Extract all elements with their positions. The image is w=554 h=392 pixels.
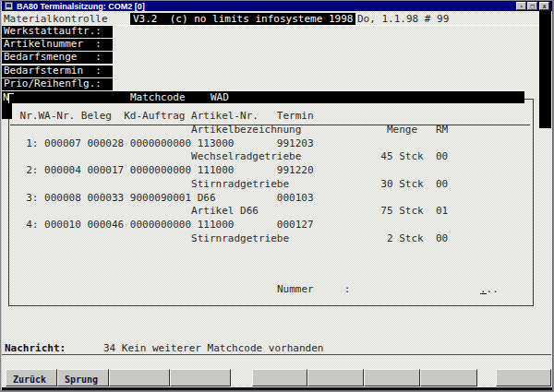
popup-corner-tick <box>8 93 9 103</box>
fkey-button-7[interactable] <box>364 369 420 386</box>
bottom-border-strip <box>2 387 552 390</box>
fkey-button-3[interactable] <box>109 369 170 386</box>
version-banner: V3.2 (c) no limits infosysteme 1998 <box>130 13 355 25</box>
fkey-button-8[interactable] <box>420 369 477 386</box>
field-label-artikelnummer: Artikelnummer : <box>2 39 113 51</box>
field-label-prio: Prio/Reihenflg.: <box>2 78 113 90</box>
text-cursor <box>480 293 487 294</box>
fkey-sprung[interactable]: Sprung <box>57 369 109 386</box>
terminal-window: BA80 Terminalsitzung: COM2 [0] - □ x Mat… <box>0 0 554 392</box>
app-title: Materialkontrolle <box>4 13 108 25</box>
field-label-bedarfstermin: Bedarfstermin : <box>2 65 113 77</box>
window-title: BA80 Terminalsitzung: COM2 [0] <box>17 2 145 11</box>
message-text: 34 Kein weiterer Matchcode vorhanden <box>103 342 323 354</box>
window-titlebar: BA80 Terminalsitzung: COM2 [0] - □ x <box>2 1 552 11</box>
terminal-icon <box>5 2 13 10</box>
field-label-bedarfsmenge: Bedarfsmenge : <box>2 52 113 64</box>
close-button[interactable]: x <box>539 2 549 10</box>
message-label: Nachricht: <box>5 342 66 354</box>
matchcode-results: Nr.WA-Nr. Beleg Kd-Auftrag Artikel-Nr. T… <box>14 110 448 246</box>
table-header-underline <box>10 125 530 125</box>
fkey-button-5[interactable] <box>252 369 307 386</box>
matchcode-bar-tail <box>2 103 12 119</box>
matchcode-label: Matchcode <box>130 91 186 103</box>
fkey-button-9[interactable] <box>496 369 551 386</box>
matchcode-value: WAD <box>211 91 229 103</box>
fkey-button-6[interactable] <box>307 369 364 386</box>
right-black-strip <box>539 11 551 128</box>
popup-corner-tick-h <box>9 93 14 94</box>
fkey-zurueck[interactable]: Zurück <box>6 369 57 386</box>
maximize-button[interactable]: □ <box>527 2 537 10</box>
fkey-button-4[interactable] <box>170 369 231 386</box>
matchcode-bar: N Matchcode WAD <box>2 91 524 103</box>
field-label-werkstattauftrag: Werkstattauftr.: <box>2 26 113 38</box>
message-divider <box>2 354 551 355</box>
datetime-status: Do, 1.1.98 # 99 <box>357 13 449 25</box>
minimize-button[interactable]: - <box>516 2 526 10</box>
